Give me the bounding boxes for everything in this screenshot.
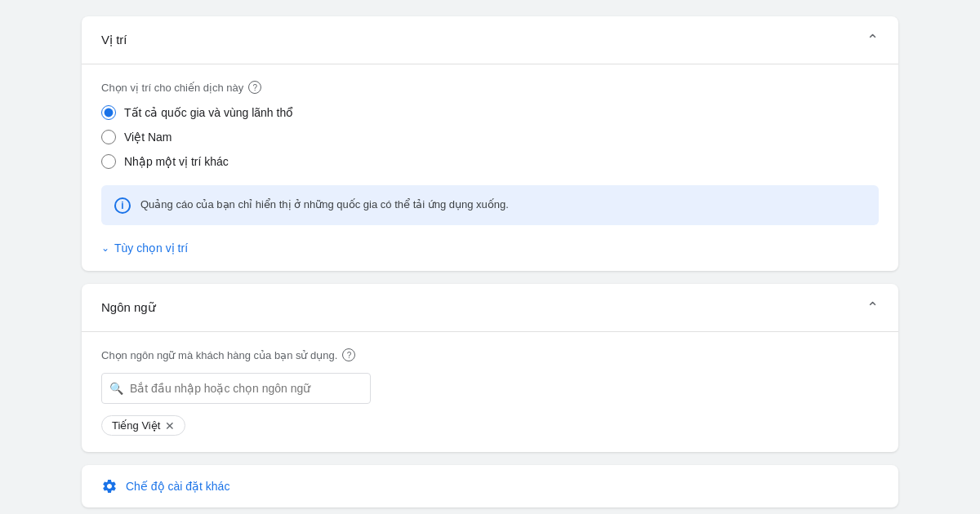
language-body: Chọn ngôn ngữ mà khách hàng của bạn sử d… xyxy=(82,332,898,452)
location-radio-group: Tất cả quốc gia và vùng lãnh thổ Việt Na… xyxy=(101,105,879,169)
radio-other-input[interactable] xyxy=(101,154,116,169)
radio-vietnam-input[interactable] xyxy=(101,130,116,144)
radio-all-input[interactable] xyxy=(101,105,116,120)
radio-all-label: Tất cả quốc gia và vùng lãnh thổ xyxy=(124,106,293,119)
location-card: Vị trí ⌃ Chọn vị trí cho chiến dịch này … xyxy=(82,16,898,271)
location-advanced-link[interactable]: ⌄ Tùy chọn vị trí xyxy=(101,241,879,255)
gear-icon xyxy=(101,478,118,494)
location-help-icon[interactable]: ? xyxy=(248,81,261,94)
language-title: Ngôn ngữ xyxy=(101,300,156,315)
radio-vietnam-label: Việt Nam xyxy=(124,131,172,144)
tag-label: Tiếng Việt xyxy=(112,419,160,432)
language-card: Ngôn ngữ ⌃ Chọn ngôn ngữ mà khách hàng c… xyxy=(82,284,898,452)
language-search-wrapper: 🔍 xyxy=(101,373,371,404)
location-advanced-label: Tùy chọn vị trí xyxy=(114,241,188,255)
radio-other[interactable]: Nhập một vị trí khác xyxy=(101,154,879,169)
radio-vietnam[interactable]: Việt Nam xyxy=(101,130,879,144)
location-label: Chọn vị trí cho chiến dịch này ? xyxy=(101,81,879,94)
language-collapse-icon[interactable]: ⌃ xyxy=(866,299,879,317)
info-icon: i xyxy=(114,197,131,214)
radio-other-label: Nhập một vị trí khác xyxy=(124,155,229,168)
info-text: Quảng cáo của bạn chỉ hiển thị ở những q… xyxy=(140,197,509,213)
language-search-input[interactable] xyxy=(101,373,371,404)
radio-all-countries[interactable]: Tất cả quốc gia và vùng lãnh thổ xyxy=(101,105,879,120)
location-header: Vị trí ⌃ xyxy=(82,16,898,64)
language-help-icon[interactable]: ? xyxy=(342,348,355,361)
chevron-down-icon: ⌄ xyxy=(101,242,109,254)
language-header: Ngôn ngữ ⌃ xyxy=(82,284,898,332)
location-body: Chọn vị trí cho chiến dịch này ? Tất cả … xyxy=(82,64,898,271)
selected-language-tags: Tiếng Việt ✕ xyxy=(101,415,879,436)
advanced-settings-row[interactable]: Chế độ cài đặt khác xyxy=(82,465,898,507)
search-icon: 🔍 xyxy=(109,382,123,395)
location-title: Vị trí xyxy=(101,33,127,47)
language-label: Chọn ngôn ngữ mà khách hàng của bạn sử d… xyxy=(101,348,879,361)
tag-remove-button[interactable]: ✕ xyxy=(165,420,175,432)
advanced-settings-link[interactable]: Chế độ cài đặt khác xyxy=(126,480,229,493)
language-tag-viet: Tiếng Việt ✕ xyxy=(101,415,185,436)
location-collapse-icon[interactable]: ⌃ xyxy=(866,31,879,49)
location-info-box: i Quảng cáo của bạn chỉ hiển thị ở những… xyxy=(101,185,879,225)
